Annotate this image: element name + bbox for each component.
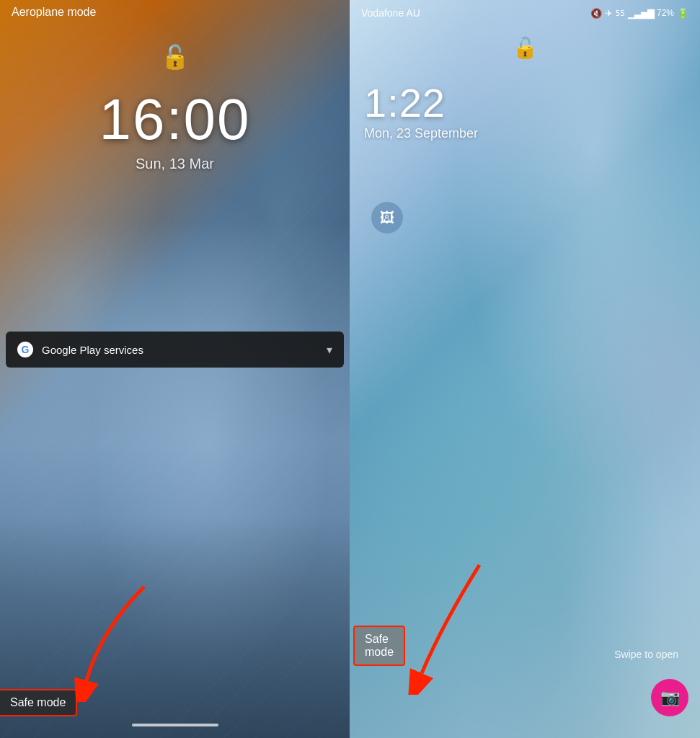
left-status-bar: Aeroplane mode (0, 0, 350, 25)
camera-icon-button[interactable]: 📷 (651, 679, 688, 716)
google-g-logo: G (17, 342, 33, 357)
signal-bars-icon: ▁▃▅▇ (628, 8, 654, 19)
airplane-icon: ✈ (605, 8, 613, 19)
lock-icon-left: 🔓 (161, 43, 190, 71)
lock-icon-right: 🔓 (513, 36, 538, 60)
gallery-widget-icon[interactable]: 🖼 (371, 202, 403, 234)
carrier-label: Vodafone AU (361, 7, 420, 19)
safe-mode-label-right: Safe mode (353, 626, 405, 666)
battery-icon: 🔋 (677, 8, 688, 19)
notification-content: G Google Play services (17, 342, 143, 357)
right-clock: 1:22 (364, 79, 478, 126)
sim-icon: 55 (616, 9, 625, 18)
home-indicator-left (132, 724, 218, 726)
right-phone-panel: Vodafone AU 🔇 ✈ 55 ▁▃▅▇ 72% 🔋 🔓 1:22 Mon… (350, 0, 700, 738)
right-status-bar: Vodafone AU 🔇 ✈ 55 ▁▃▅▇ 72% 🔋 (350, 0, 700, 26)
safe-mode-label-left: Safe mode (0, 689, 77, 716)
left-phone-panel: Aeroplane mode 🔓 16:00 Sun, 13 Mar G Goo… (0, 0, 350, 738)
right-time-display: 1:22 Mon, 23 September (364, 79, 478, 141)
status-icons: 🔇 ✈ 55 ▁▃▅▇ 72% 🔋 (590, 8, 688, 19)
notification-chevron-icon: ▾ (327, 343, 332, 357)
battery-text: 72% (657, 8, 674, 18)
notification-title: Google Play services (42, 344, 143, 356)
aeroplane-mode-label: Aeroplane mode (12, 6, 96, 19)
swipe-to-open-label: Swipe to open (614, 649, 678, 660)
left-time-display: 16:00 Sun, 13 Mar (0, 86, 350, 172)
left-clock: 16:00 (0, 86, 350, 153)
right-date: Mon, 23 September (364, 126, 478, 141)
mute-icon: 🔇 (590, 8, 602, 19)
left-date: Sun, 13 Mar (0, 156, 350, 172)
notification-bar[interactable]: G Google Play services ▾ (6, 332, 344, 368)
